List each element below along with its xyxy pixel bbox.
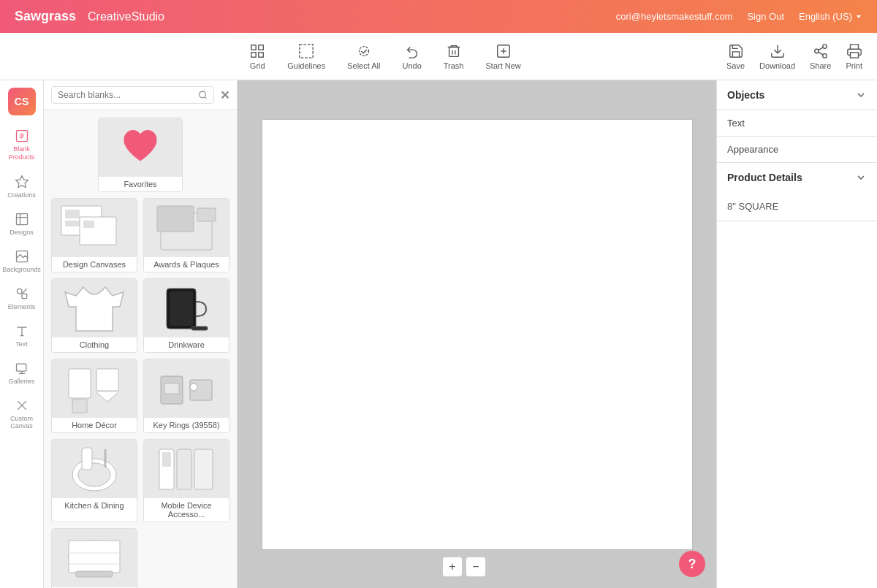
category-grid: Design Canvases Awards & Plaques [51,198,229,588]
toolbar-undo[interactable]: Undo [402,43,421,70]
sidebar-item-elements[interactable]: Elements [0,280,43,316]
design-canvases-label: Design Canvases [52,257,137,272]
home-decor-label: Home Décor [52,418,137,432]
cs-logo: CS [8,88,36,115]
toolbar-save[interactable]: Save [726,43,745,70]
main-layout: CS Blank Products Creations Designs Back… [0,80,877,588]
category-name-plates[interactable]: Name Plates [51,528,137,588]
svg-rect-35 [157,206,194,232]
toolbar-print[interactable]: Print [846,43,862,70]
design-canvases-icon [58,202,131,253]
close-panel-button[interactable]: ✕ [220,88,229,102]
zoom-out-button[interactable]: − [466,557,486,577]
canvas-area: + − ? [238,80,716,588]
zoom-controls: + − [442,557,486,577]
left-panel-header: ✕ [44,80,237,110]
mobile-device-label: Mobile Device Accesso... [144,498,229,522]
favorites-thumb [99,118,182,177]
sidebar-item-backgrounds[interactable]: Backgrounds [0,243,43,279]
help-button[interactable]: ? [679,551,705,577]
text-item[interactable]: Text [717,110,877,136]
canvas-board [262,119,693,550]
name-plates-icon [61,531,127,586]
objects-label: Objects [727,89,764,101]
svg-rect-40 [69,369,91,398]
svg-point-14 [814,49,819,53]
toolbar-share[interactable]: Share [810,43,831,70]
search-box [51,86,214,104]
objects-section-header[interactable]: Objects [717,80,877,110]
svg-rect-39 [191,327,208,330]
svg-rect-20 [16,213,27,224]
svg-rect-3 [259,52,263,56]
category-home-decor[interactable]: Home Décor [51,359,137,433]
search-input[interactable] [58,90,198,100]
svg-rect-41 [96,369,118,391]
mobile-device-icon [153,442,219,497]
product-details-header[interactable]: Product Details [717,163,877,192]
appearance-item[interactable]: Appearance [717,137,877,162]
toolbar-grid[interactable]: Grid [249,43,265,70]
awards-icon [153,202,219,253]
svg-rect-23 [22,294,27,299]
left-panel: ✕ Favorites [44,80,238,588]
svg-rect-49 [82,448,92,470]
svg-rect-1 [259,45,263,49]
language-selector[interactable]: English (US) [799,11,862,22]
sidebar-item-text[interactable]: Text [0,318,43,354]
sidebar-item-designs[interactable]: Designs [0,206,43,242]
svg-point-5 [359,46,368,56]
right-panel: Objects Text Appearance Product Details … [716,80,877,588]
product-size: 8" SQUARE [717,192,877,221]
design-canvases-thumb [52,199,137,257]
drinkware-label: Drinkware [144,337,229,352]
drinkware-thumb [144,279,229,337]
category-key-rings[interactable]: Key Rings (39558) [143,359,229,433]
svg-line-28 [205,97,206,99]
brand-name: Sawgrass [15,9,76,24]
heart-icon [118,126,162,169]
sign-out-link[interactable]: Sign Out [747,11,784,22]
toolbar-guidelines[interactable]: Guidelines [287,43,325,70]
name-plates-thumb [52,529,137,587]
svg-rect-53 [162,452,171,467]
toolbar-center: Grid Guidelines Select All Undo Trash St… [249,43,521,70]
sidebar-item-blank-products[interactable]: Blank Products [0,123,43,167]
key-rings-label: Key Rings (39558) [144,418,229,432]
user-email: cori@heyletsmakestuff.com [616,11,733,22]
svg-rect-4 [300,44,313,57]
top-nav-left: Sawgrass CreativeStudio [15,9,164,24]
category-drinkware[interactable]: Drinkware [143,278,229,353]
category-mobile-device[interactable]: Mobile Device Accesso... [143,439,229,522]
category-design-canvases[interactable]: Design Canvases [51,198,137,272]
category-clothing[interactable]: Clothing [51,278,137,353]
mobile-device-thumb [144,440,229,498]
category-kitchen-dining[interactable]: Kitchen & Dining [51,439,137,522]
toolbar-start-new[interactable]: Start New [485,43,520,70]
svg-rect-24 [16,364,26,371]
awards-plaques-thumb [144,199,229,257]
kitchen-dining-label: Kitchen & Dining [52,498,137,513]
toolbar-download[interactable]: Download [759,43,795,70]
toolbar-select-all[interactable]: Select All [347,43,380,70]
category-awards-plaques[interactable]: Awards & Plaques [143,198,229,272]
zoom-in-button[interactable]: + [442,557,463,577]
toolbar-trash[interactable]: Trash [444,43,464,70]
objects-chevron-icon [855,89,867,101]
app-name: CreativeStudio [88,10,164,23]
clothing-label: Clothing [52,337,137,352]
favorites-label: Favorites [99,177,182,191]
svg-rect-0 [251,45,256,49]
sidebar-item-galleries[interactable]: Galleries [0,355,43,391]
category-favorites[interactable]: Favorites [98,118,183,192]
toolbar-right: Save Download Share Print [726,43,862,70]
kitchen-dining-thumb [52,440,137,498]
home-decor-icon [61,362,127,416]
sidebar-item-creations[interactable]: Creations [0,169,43,205]
svg-rect-42 [72,400,87,413]
sidebar-item-custom-canvas[interactable]: Custom Canvas [0,392,43,437]
awards-plaques-label: Awards & Plaques [144,257,229,272]
svg-rect-38 [170,291,193,326]
svg-rect-45 [164,383,179,394]
svg-point-13 [822,44,827,48]
